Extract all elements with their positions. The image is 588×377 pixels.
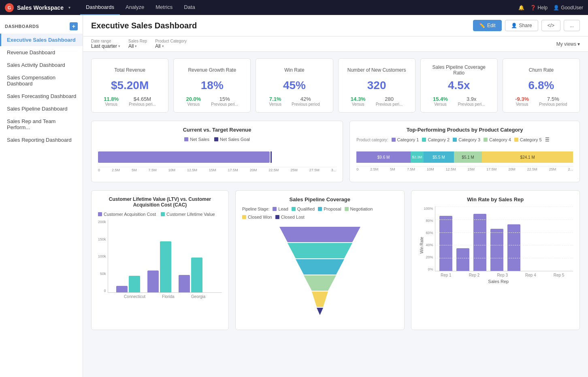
ltv-x-georgia: Georgia [191,294,206,299]
charts-row-2: Customer Lifetime Value (LTV) vs. Custom… [91,190,580,330]
revenue-bar-row [98,149,336,165]
revenue-chart-area: 0 2.5M 5M 7.5M 10M 12.5M 15M 17.5M 20M 2… [98,145,336,176]
legend-cat5: Category 5 [514,137,542,142]
ltv-bar-connecticut [116,276,140,292]
nav-item-data[interactable]: Data [178,0,200,15]
funnel-closed-lost [317,308,323,315]
sidebar-item-revenue[interactable]: Revenue Dashboard [0,46,83,59]
nav-item-metrics[interactable]: Metrics [150,0,178,15]
share-button[interactable]: 👤 Share [505,20,538,31]
ltv-cac-florida [147,271,159,292]
legend-cac: Customer Acquisition Cost [98,212,156,217]
nav-items: Dashboards Analyze Metrics Data [80,0,515,15]
product-category-value[interactable]: All ▾ [155,43,187,49]
kpi-new-customers-vs-val: 14.3% [351,96,366,102]
funnel-closed-won [312,292,328,307]
top-products-chart: Top-Performing Products by Product Categ… [349,121,580,182]
top-nav-right: 🔔 ❓ Help 👤 GoodUser [518,5,583,11]
grid-line-100 [435,207,573,207]
kpi-total-revenue-vs-val: 11.8% [104,96,119,102]
y-100: 100% [424,207,433,211]
ltv-bars-area: Connecticut Florida Georgia [108,220,222,299]
embed-button[interactable]: </> [541,20,560,31]
product-category-arrow-icon: ▾ [162,44,164,48]
win-rate-bar-rep4 [490,229,503,271]
kpi-total-revenue-footer: 11.8% Versus $4.65M Previous peri... [98,96,162,106]
legend-qualified-label: Qualified [297,207,315,211]
content-header: Executive Sales Dashboard ✏️ Edit 👤 Shar… [83,15,588,36]
product-category-label: Product Category [155,39,187,43]
win-rate-x-axis: Rep 1 Rep 2 Rep 3 Rep 4 Rep 5 [424,271,573,277]
grid-line-60 [435,232,573,233]
funnel-negotiation [304,275,336,291]
kpi-revenue-growth-prev: 15% Previous peri... [211,96,238,106]
date-range-filter[interactable]: Date range Last quarter ▾ [91,39,120,49]
edit-button[interactable]: ✏️ Edit [473,20,502,31]
kpi-pipeline-coverage-vs-val: 15.4% [433,96,448,102]
sidebar-item-executive[interactable]: Executive Sales Dashboard [0,34,83,46]
kpi-new-customers-vs-label: Versus [351,102,366,106]
legend-cat4: Category 4 [484,137,511,142]
win-rate-bar-rep5 [507,224,520,271]
help-button[interactable]: ❓ Help [530,5,548,11]
sales-rep-arrow-icon: ▾ [135,44,137,48]
seg-cat2: $2.3M [411,151,424,163]
filters-bar: Date range Last quarter ▾ Sales Rep All … [83,36,588,52]
ltv-y-200k: 200k [98,220,106,224]
kpi-total-revenue-vs-label: Versus [104,102,119,106]
nav-item-dashboards[interactable]: Dashboards [80,0,120,15]
kpi-pipeline-coverage: Sales Pipeline Coverage Ratio 4.5x 15.4%… [420,58,498,113]
ltv-ltv-connecticut [129,276,140,292]
win-rate-bar-rep1 [439,216,452,271]
funnel-qualified [288,243,352,258]
revenue-chart: Current vs. Target Revenue Net Sales Net… [91,121,343,182]
sales-rep-filter[interactable]: Sales Rep All ▾ [128,39,147,49]
ltv-y-100k: 100k [98,254,106,258]
y-80: 80% [424,219,433,223]
legend-lead: Lead [273,207,288,211]
product-category-filter[interactable]: Product Category All ▾ [155,39,187,49]
kpi-churn-rate-versus: -9.3% Versus [515,96,529,106]
nav-item-analyze[interactable]: Analyze [120,0,150,15]
sidebar-item-compensation[interactable]: Sales Compensation Dashboard [0,71,83,90]
date-range-value[interactable]: Last quarter ▾ [91,43,120,49]
add-dashboard-button[interactable]: + [70,22,78,30]
grid-line-40 [435,245,573,245]
sidebar-item-forecasting[interactable]: Sales Forecasting Dashboard [0,90,83,102]
revenue-chart-legend: Net Sales Net Sales Goal [98,137,336,142]
kpi-new-customers-prev-label: Previous peri... [376,102,403,106]
win-rate-grid [435,207,573,271]
sidebar-item-activity[interactable]: Sales Activity Dashboard [0,59,83,71]
sidebar-item-rep-performance[interactable]: Sales Rep and Team Perform... [0,115,83,134]
legend-proposal: Proposal [318,207,341,211]
dashboard-body: Total Revenue $5.20M 11.8% Versus $4.65M… [83,52,588,377]
x-rep5: Rep 5 [554,273,565,277]
app-arrow-icon[interactable]: ▾ [68,5,70,10]
kpi-churn-rate-value: 6.8% [509,79,573,92]
legend-menu-icon[interactable]: ☰ [545,137,550,143]
sidebar-item-pipeline[interactable]: Sales Pipeline Dashboard [0,102,83,115]
kpi-pipeline-coverage-prev: 3.9x Previous peri... [458,96,485,106]
my-views-button[interactable]: My views ▾ [556,41,580,47]
content-area: Executive Sales Dashboard ✏️ Edit 👤 Shar… [83,15,588,377]
kpi-pipeline-coverage-versus: 15.4% Versus [433,96,448,106]
seg-cat3: $5.5 M [424,151,454,163]
kpi-revenue-growth-prev-label: Previous peri... [211,102,238,106]
more-button[interactable]: ... [564,20,580,31]
kpi-revenue-growth-vs-val: 20.0% [186,96,201,102]
sidebar-item-reporting[interactable]: Sales Reporting Dashboard [0,134,83,146]
legend-net-sales-label: Net Sales [190,137,209,142]
sales-rep-value[interactable]: All ▾ [128,43,147,49]
app-logo: G [5,3,14,12]
kpi-new-customers-versus: 14.3% Versus [351,96,366,106]
win-rate-chart-area: Win Rate 100% 80% 60% 40% 20% 0% [418,207,573,284]
kpi-win-rate: Win Rate 45% 7.1% Versus 42% Previous pe… [256,58,333,113]
user-button[interactable]: 👤 GoodUser [553,5,583,11]
kpi-new-customers-title: Number of New Customers [345,64,409,76]
kpi-win-rate-versus: 7.1% Versus [269,96,281,106]
notifications-button[interactable]: 🔔 [518,5,524,11]
legend-qualified: Qualified [292,207,315,211]
top-products-title: Top-Performing Products by Product Categ… [356,127,573,133]
legend-net-sales-goal-label: Net Sales Goal [220,137,250,142]
stacked-bar: $9.6 M $2.3M $5.5 M $5.1 M $24.1 M [356,150,573,164]
